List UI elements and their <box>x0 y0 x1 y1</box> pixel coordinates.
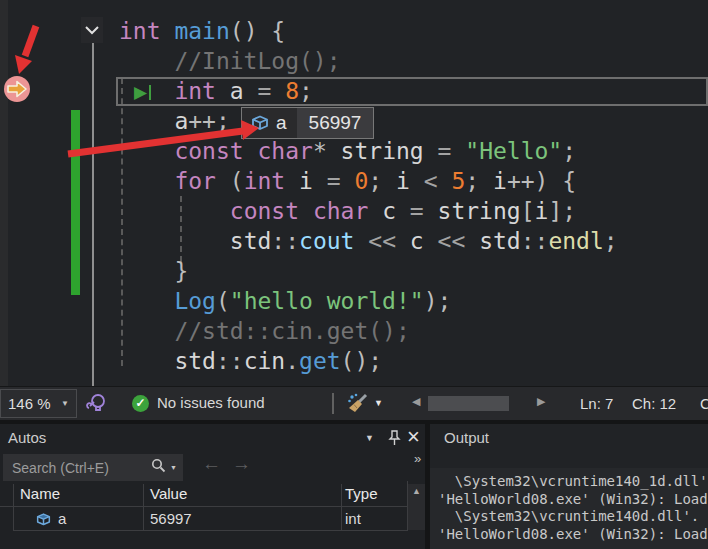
code-line[interactable]: int main() { <box>119 16 708 46</box>
forward-arrow-icon[interactable]: → <box>232 453 251 475</box>
output-line: \System32\vcruntime140d.dll'. <box>438 508 708 526</box>
zoom-select[interactable]: 146 % ▼ <box>0 389 77 418</box>
run-bar <box>149 85 151 100</box>
panel-title: Output <box>444 429 489 446</box>
column-resize-handle[interactable] <box>341 484 342 531</box>
table-row-divider <box>13 530 408 531</box>
scroll-up-icon[interactable]: ▲ <box>408 484 425 498</box>
search-input[interactable]: Search (Ctrl+E) ▼ <box>3 454 183 481</box>
visual-studio-debugger-window: ▶ int main() { //InitLog(); int a = 8; a… <box>0 0 708 549</box>
no-issues-icon: ✓ <box>132 395 149 412</box>
search-icon[interactable] <box>151 458 166 477</box>
col-indicator-truncated: C <box>700 395 708 412</box>
code-cleanup-icon[interactable] <box>345 391 370 419</box>
search-placeholder: Search (Ctrl+E) <box>12 460 151 476</box>
output-line: 'HelloWorld08.exe' (Win32): Load <box>438 491 708 509</box>
statusbar-separator <box>332 393 334 414</box>
change-tracking-bar <box>71 110 80 295</box>
autos-panel: Autos ▼ × Search (Ctrl+E) ▼ ← → » <box>0 424 425 549</box>
panel-title: Autos <box>8 429 46 446</box>
code-line[interactable]: for (int i = 0; i < 5; i++) { <box>119 166 708 196</box>
column-header-value[interactable]: Value <box>150 485 187 502</box>
close-icon[interactable]: × <box>407 424 420 450</box>
code-line[interactable]: Log("hello world!"); <box>119 286 708 316</box>
code-line[interactable]: std::cout << c << std::endl; <box>119 226 708 256</box>
search-dropdown-icon[interactable]: ▼ <box>170 464 177 471</box>
output-panel: Output \System32\vcruntime140_1d.dll''He… <box>430 424 708 549</box>
code-line[interactable]: //InitLog(); <box>119 46 708 76</box>
pin-icon[interactable] <box>388 430 401 450</box>
column-header-name[interactable]: Name <box>20 485 60 502</box>
run-to-click-icon[interactable]: ▶ <box>134 77 151 107</box>
overflow-chevron-icon[interactable]: » <box>414 451 421 466</box>
status-bar: 146 % ▼ ✓ No issues found ▼ ◀ <box>0 386 708 420</box>
code-line[interactable]: const char c = string[i]; <box>119 196 708 226</box>
scroll-right-icon[interactable]: ▶ <box>537 395 545 408</box>
collapse-chevron-icon[interactable] <box>81 17 103 43</box>
variable-icon <box>35 512 52 531</box>
run-triangle: ▶ <box>134 84 147 101</box>
chevron-down-icon: ▼ <box>61 399 69 408</box>
column-header-type[interactable]: Type <box>345 485 378 502</box>
scroll-left-icon[interactable]: ◀ <box>412 395 420 408</box>
annotation-arrow <box>15 26 36 74</box>
code-line[interactable]: a++; <box>119 106 708 136</box>
code-cleanup-dropdown-icon[interactable]: ▼ <box>374 398 383 408</box>
output-log[interactable]: \System32\vcruntime140_1d.dll''HelloWorl… <box>438 473 708 543</box>
output-line: 'HelloWorld08.exe' (Win32): Load <box>438 526 708 544</box>
code-line[interactable]: } <box>119 256 708 286</box>
vertical-scrollbar[interactable]: ▲ <box>408 484 425 530</box>
datatip-variable: a <box>276 112 297 134</box>
quick-actions-icon[interactable] <box>86 392 108 418</box>
datatip-value[interactable]: 56997 <box>297 108 374 138</box>
code-line[interactable]: const char* string = "Hello"; <box>119 136 708 166</box>
zoom-level: 146 % <box>8 395 61 412</box>
back-arrow-icon[interactable]: ← <box>202 453 221 475</box>
glyph-margin <box>0 0 8 386</box>
char-indicator: Ch: 12 <box>632 395 676 412</box>
table-row-type: int <box>345 510 361 527</box>
datatip[interactable]: a 56997 <box>241 107 374 139</box>
code-line[interactable]: int a = 8; <box>119 76 708 106</box>
output-line: \System32\vcruntime140_1d.dll' <box>438 473 708 491</box>
variable-icon <box>242 114 276 132</box>
column-resize-handle[interactable] <box>143 484 144 531</box>
table-row-value[interactable]: 56997 <box>150 510 192 527</box>
code-line[interactable]: //std::cin.get(); <box>119 316 708 346</box>
table-row-name[interactable]: a <box>58 510 66 527</box>
issues-status[interactable]: No issues found <box>157 394 265 411</box>
code-editor-pane[interactable]: ▶ int main() { //InitLog(); int a = 8; a… <box>0 0 708 386</box>
code-line[interactable]: std::cin.get(); <box>119 346 708 376</box>
code-text[interactable]: int main() { //InitLog(); int a = 8; a++… <box>119 16 708 376</box>
next-statement-arrow-icon[interactable] <box>4 76 30 102</box>
table-header-divider <box>0 506 425 507</box>
horizontal-scrollbar-thumb[interactable] <box>428 396 509 411</box>
outline-guide <box>92 43 94 386</box>
line-indicator: Ln: 7 <box>580 395 613 412</box>
window-position-icon[interactable]: ▼ <box>365 433 374 443</box>
